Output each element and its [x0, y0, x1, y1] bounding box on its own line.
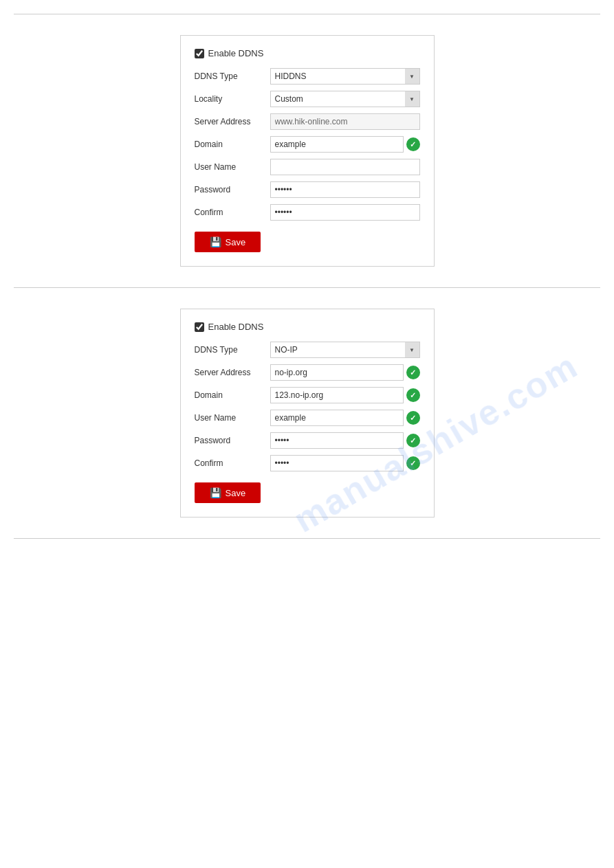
username-input-1[interactable]	[270, 159, 420, 175]
username-input-2[interactable]	[270, 410, 404, 426]
confirm-wrap-2	[270, 455, 420, 471]
form-row-confirm-2: Confirm	[195, 455, 420, 471]
enable-ddns-checkbox-1[interactable]	[195, 49, 204, 58]
enable-ddns-row-1: Enable DDNS	[195, 48, 420, 58]
locality-select-1[interactable]: Custom Default	[270, 91, 420, 107]
form-row-confirm-1: Confirm	[195, 204, 420, 221]
server-address-input-1[interactable]	[270, 113, 420, 130]
save-btn-row-1: 💾 Save	[195, 232, 420, 252]
label-server-address-2: Server Address	[195, 368, 270, 377]
domain-valid-icon-1	[406, 137, 420, 151]
form-row-username-1: User Name	[195, 159, 420, 175]
ddns-type-select-wrap-2: HIDDNS NO-IP Custom	[270, 342, 420, 358]
label-username-1: User Name	[195, 162, 270, 172]
server-address-valid-icon-2	[406, 366, 420, 379]
section-2: Enable DDNS DDNS Type HIDDNS NO-IP Custo…	[0, 288, 614, 538]
label-password-1: Password	[195, 185, 270, 194]
ddns-type-select-2[interactable]: HIDDNS NO-IP Custom	[270, 342, 420, 358]
enable-ddns-label-2: Enable DDNS	[208, 322, 264, 332]
label-locality-1: Locality	[195, 94, 270, 104]
save-icon-2: 💾	[210, 487, 221, 498]
confirm-input-2[interactable]	[270, 455, 404, 471]
form-row-server-address-2: Server Address	[195, 364, 420, 381]
save-button-1[interactable]: 💾 Save	[195, 232, 261, 252]
label-domain-1: Domain	[195, 140, 270, 149]
label-domain-2: Domain	[195, 390, 270, 400]
username-valid-icon-2	[406, 411, 420, 425]
server-address-input-2[interactable]	[270, 364, 404, 381]
form-row-password-1: Password	[195, 181, 420, 198]
label-username-2: User Name	[195, 413, 270, 423]
password-valid-icon-2	[406, 434, 420, 447]
confirm-input-1[interactable]	[270, 204, 420, 221]
save-label-1: Save	[226, 237, 246, 247]
label-confirm-1: Confirm	[195, 208, 270, 217]
ddns-type-select-1[interactable]: HIDDNS NO-IP Custom	[270, 68, 420, 85]
server-address-wrap-2	[270, 364, 420, 381]
password-input-1[interactable]	[270, 181, 420, 198]
form-row-ddns-type-2: DDNS Type HIDDNS NO-IP Custom	[195, 342, 420, 358]
form-row-locality-1: Locality Custom Default	[195, 91, 420, 107]
password-wrap-2	[270, 432, 420, 449]
password-input-2[interactable]	[270, 432, 404, 449]
enable-ddns-row-2: Enable DDNS	[195, 322, 420, 332]
form-row-ddns-type-1: DDNS Type HIDDNS NO-IP Custom	[195, 68, 420, 85]
form-row-domain-2: Domain	[195, 387, 420, 403]
section-1: Enable DDNS DDNS Type HIDDNS NO-IP Custo…	[0, 14, 614, 287]
form-row-password-2: Password	[195, 432, 420, 449]
domain-wrap-2	[270, 387, 420, 403]
confirm-wrap-1	[270, 204, 420, 221]
page-wrapper: Enable DDNS DDNS Type HIDDNS NO-IP Custo…	[0, 0, 614, 553]
confirm-valid-icon-2	[406, 456, 420, 470]
domain-input-1[interactable]	[270, 136, 404, 153]
form-row-domain-1: Domain	[195, 136, 420, 153]
ddns-type-select-wrap-1: HIDDNS NO-IP Custom	[270, 68, 420, 85]
save-button-2[interactable]: 💾 Save	[195, 482, 261, 503]
save-icon-1: 💾	[210, 236, 221, 247]
label-ddns-type-2: DDNS Type	[195, 345, 270, 355]
domain-valid-icon-2	[406, 388, 420, 402]
username-wrap-1	[270, 159, 420, 175]
form-row-server-address-1: Server Address	[195, 113, 420, 130]
form-card-1: Enable DDNS DDNS Type HIDDNS NO-IP Custo…	[180, 35, 435, 267]
locality-select-wrap-1: Custom Default	[270, 91, 420, 107]
label-password-2: Password	[195, 436, 270, 445]
save-btn-row-2: 💾 Save	[195, 482, 420, 503]
form-card-2: Enable DDNS DDNS Type HIDDNS NO-IP Custo…	[180, 309, 435, 518]
enable-ddns-label-1: Enable DDNS	[208, 48, 264, 58]
form-row-username-2: User Name	[195, 410, 420, 426]
password-wrap-1	[270, 181, 420, 198]
save-label-2: Save	[226, 488, 246, 498]
label-ddns-type-1: DDNS Type	[195, 71, 270, 81]
username-wrap-2	[270, 410, 420, 426]
enable-ddns-checkbox-2[interactable]	[195, 322, 204, 332]
label-confirm-2: Confirm	[195, 458, 270, 468]
label-server-address-1: Server Address	[195, 117, 270, 126]
domain-wrap-1	[270, 136, 420, 153]
server-address-wrap-1	[270, 113, 420, 130]
domain-input-2[interactable]	[270, 387, 404, 403]
bottom-divider	[14, 538, 600, 539]
